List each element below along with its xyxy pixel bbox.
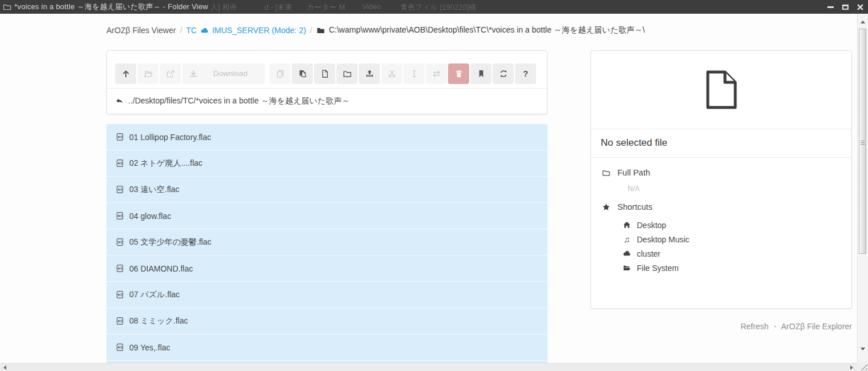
folder-outline-icon — [601, 169, 611, 177]
arrow-left-icon — [3, 365, 6, 370]
file-name: 01 Lollipop Factory.flac — [129, 133, 211, 142]
copy-button[interactable] — [269, 63, 291, 84]
delete-button[interactable] — [448, 63, 469, 84]
breadcrumb-drive: TC — [186, 26, 197, 35]
file-row[interactable]: 03 遠い空.flac — [106, 177, 548, 203]
shortcuts-label: Shortcuts — [617, 202, 652, 212]
file-inspector-panel: No selected file Full Path N/A Shortcuts — [590, 50, 852, 309]
window-titlebar: *voices in a bottle ～海を越え届いた歌声～ - Folder… — [0, 0, 868, 14]
upload-button[interactable] — [359, 63, 380, 84]
go-up-path-row[interactable]: ../Desktop/files/TC/*voices in a bottle … — [107, 89, 547, 114]
shortcut-label: Desktop Music — [637, 235, 689, 244]
ghost-window-title: d - [未束 — [264, 2, 292, 13]
download-button-label: Download — [203, 69, 258, 78]
upload-icon — [365, 69, 374, 78]
scroll-down-button[interactable] — [858, 344, 868, 353]
file-row[interactable]: 06 DIAMOND.flac — [106, 256, 548, 282]
scrollbar-grip-icon — [861, 141, 865, 145]
folder-icon — [316, 26, 325, 35]
audio-file-icon — [116, 290, 124, 299]
cut-button[interactable] — [381, 63, 402, 84]
paste-button[interactable] — [292, 63, 313, 84]
breadcrumb-separator: / — [310, 26, 312, 35]
download-icon — [189, 69, 198, 78]
selection-status-heading: No selected file — [591, 129, 851, 158]
breadcrumb-app-link[interactable]: ArOZβ Files Viewer — [106, 26, 176, 35]
full-path-header: Full Path — [601, 167, 841, 178]
refresh-button[interactable] — [493, 63, 514, 84]
file-name: 07 パズル.flac — [129, 290, 180, 300]
maximize-button[interactable] — [841, 2, 850, 11]
preview-area — [591, 51, 851, 129]
paste-icon — [298, 69, 307, 78]
copy-icon — [276, 69, 285, 78]
file-list: 01 Lollipop Factory.flac 02 ネトゲ廃人....fla… — [106, 124, 548, 363]
audio-file-icon — [116, 133, 124, 141]
move-button[interactable] — [426, 63, 447, 84]
scroll-up-button[interactable] — [858, 17, 868, 26]
file-row[interactable]: 04 glow.flac — [106, 203, 548, 229]
new-folder-button[interactable] — [336, 63, 358, 84]
file-row[interactable]: 09 Yes,.flac — [106, 334, 548, 361]
cloud-icon — [200, 26, 209, 35]
shortcut-label: File System — [637, 264, 679, 273]
breadcrumb-path-text: C:\wamp\www\private\AOB\Desktop\files\TC… — [329, 25, 645, 35]
close-icon — [857, 4, 863, 10]
arrow-right-icon — [850, 365, 853, 370]
file-row[interactable]: 05 文学少年の憂鬱.flac — [106, 229, 548, 256]
question-icon: ? — [523, 69, 528, 78]
shortcut-desktop[interactable]: Desktop — [622, 218, 841, 232]
vertical-scrollbar[interactable] — [857, 14, 868, 363]
download-button[interactable]: Download — [182, 63, 265, 84]
file-name: 04 glow.flac — [129, 212, 171, 221]
inspector-details: Full Path N/A Shortcuts Desktop ♫ Des — [591, 158, 851, 284]
scroll-left-button[interactable] — [0, 364, 9, 371]
rename-button[interactable] — [403, 63, 425, 84]
footer-separator: ・ — [771, 322, 779, 331]
file-name: 06 DIAMOND.flac — [129, 264, 193, 273]
close-button[interactable] — [855, 2, 865, 11]
horizontal-scrollbar[interactable] — [0, 363, 857, 371]
file-name: 03 遠い空.flac — [129, 185, 179, 195]
swap-arrows-icon — [432, 69, 441, 78]
file-row[interactable]: 08 ミミック.flac — [106, 308, 548, 334]
new-file-button[interactable] — [314, 63, 335, 84]
ghost-window-title: [190220]稿 — [440, 2, 477, 13]
audio-file-icon — [116, 185, 124, 194]
footer-app-name: ArOZβ File Explorer — [781, 322, 852, 331]
window-folder-icon — [3, 3, 11, 11]
file-row[interactable]: 01 Lollipop Factory.flac — [106, 124, 548, 150]
refresh-link[interactable]: Refresh — [740, 322, 768, 331]
window-resize-corner[interactable] — [857, 363, 868, 371]
shortcut-label: Desktop — [637, 221, 666, 230]
minimize-button[interactable] — [826, 2, 835, 11]
browser-viewport: ArOZβ Files Viewer / TC IMUS_SERVER (Mod… — [0, 14, 857, 363]
arrow-down-icon — [861, 348, 865, 350]
breadcrumb-server: IMUS_SERVER (Mode: 2) — [212, 26, 306, 35]
ghost-window-title: 人] 相寺 — [211, 2, 237, 13]
shortcut-file-system[interactable]: File System — [622, 261, 841, 275]
help-button[interactable]: ? — [515, 63, 536, 84]
open-button[interactable] — [137, 63, 158, 84]
file-name: 05 文学少年の憂鬱.flac — [129, 237, 211, 248]
scroll-right-button[interactable] — [847, 364, 856, 371]
bookmark-button[interactable] — [470, 63, 492, 84]
toolbar: Download — [107, 51, 547, 89]
file-row[interactable]: 07 パズル.flac — [106, 282, 548, 308]
folder-open-filled-icon — [622, 264, 632, 272]
minimize-icon — [827, 6, 834, 8]
file-row[interactable]: 02 ネトゲ廃人....flac — [106, 150, 548, 177]
breadcrumb-server-link[interactable]: TC IMUS_SERVER (Mode: 2) — [186, 26, 306, 35]
up-button[interactable] — [115, 63, 136, 84]
file-name: 09 Yes,.flac — [129, 343, 171, 352]
full-path-label: Full Path — [617, 168, 650, 177]
vertical-scrollbar-thumb[interactable] — [859, 29, 866, 254]
audio-file-icon — [116, 343, 124, 352]
shortcut-cluster[interactable]: cluster — [622, 246, 841, 261]
external-link-icon — [166, 69, 175, 78]
open-new-window-button[interactable] — [160, 63, 181, 84]
shortcut-label: cluster — [637, 249, 660, 258]
shortcut-desktop-music[interactable]: ♫ Desktop Music — [622, 232, 841, 246]
resize-grip-icon — [861, 364, 867, 370]
breadcrumb-separator: / — [180, 26, 182, 35]
